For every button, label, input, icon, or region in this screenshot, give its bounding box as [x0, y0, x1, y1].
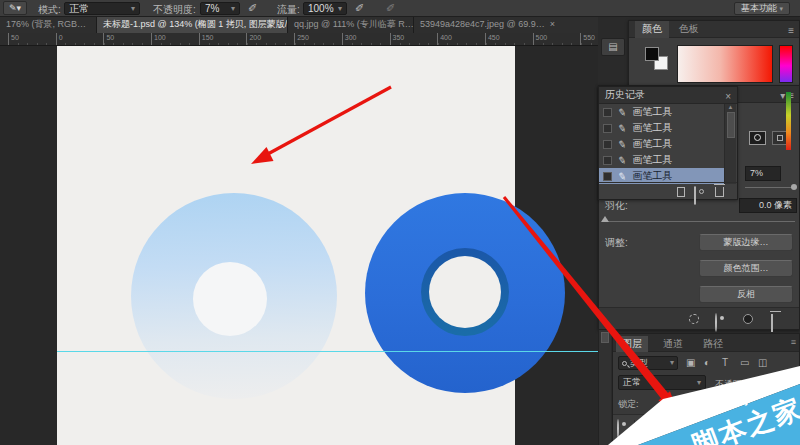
history-source-checkbox[interactable]	[603, 156, 612, 165]
pressure-opacity-icon[interactable]: ✐	[248, 2, 257, 15]
canvas-area[interactable]	[57, 46, 515, 445]
layers-opacity-label: 不透明度:	[715, 378, 754, 391]
workspace-switcher[interactable]: 基本功能 ▾	[734, 2, 790, 15]
mode-label: 模式:	[38, 3, 61, 17]
tab-color[interactable]: 颜色	[635, 21, 669, 38]
color-panel-header: 颜色 色板 ≡	[629, 21, 799, 38]
mode-dropdown[interactable]: 正常▾	[64, 2, 140, 15]
collapsed-panel-icon[interactable]: ▤	[601, 38, 625, 56]
properties-footer	[599, 307, 799, 329]
history-title: 历史记录	[605, 89, 645, 100]
history-item-label: 画笔工具	[632, 105, 672, 119]
load-selection-icon[interactable]	[689, 314, 699, 324]
density-value-field[interactable]: 7%	[745, 166, 781, 181]
history-item-label: 画笔工具	[632, 153, 672, 167]
eye-icon	[617, 419, 619, 438]
magnifier-icon	[622, 361, 627, 366]
history-footer	[599, 182, 737, 199]
new-document-from-state-icon[interactable]	[677, 187, 685, 197]
close-icon[interactable]: ×	[725, 89, 731, 105]
photoshop-window: ✎▾ 模式: 正常▾ 不透明度: 7%▾ ✐ 流量: 100%▾ ✐ ✐ 基本功…	[0, 0, 800, 445]
ruler-tick-label: 200	[246, 33, 294, 46]
color-range-button[interactable]: 颜色范围…	[699, 260, 793, 277]
foreground-color-swatch[interactable]	[645, 47, 659, 61]
delete-mask-icon[interactable]	[771, 314, 773, 332]
history-item-label: 画笔工具	[632, 137, 672, 151]
light-blue-donut-hole	[193, 262, 267, 336]
filter-adjustment-icon[interactable]: ◐	[704, 357, 710, 368]
history-list: ✎ 画笔工具 ✎ 画笔工具 ✎ 画笔工具 ✎	[599, 104, 726, 184]
ruler-tick-label: 550	[580, 33, 598, 46]
invert-button[interactable]: 反相	[699, 286, 793, 303]
filter-smart-object-icon[interactable]: ◫	[758, 357, 767, 368]
flow-dropdown[interactable]: 100%▾	[303, 2, 347, 15]
history-item-label: 画笔工具	[632, 169, 672, 183]
brush-icon: ✎	[617, 138, 627, 150]
hue-bar-edge	[786, 92, 791, 150]
history-panel-header: 历史记录 ×	[599, 87, 737, 104]
tab-paths[interactable]: 路径	[697, 336, 729, 352]
scrollbar-thumb[interactable]	[601, 332, 609, 343]
doc-tab-2-active[interactable]: 未标题-1.psd @ 134% (椭圆 1 拷贝, 图层蒙版/8) *×	[97, 17, 288, 33]
pixel-mask-icon[interactable]	[749, 131, 766, 145]
layer-filter-dropdown[interactable]: 类型▾	[618, 356, 678, 370]
tool-preset-picker[interactable]: ✎▾	[3, 1, 27, 15]
doc-tab-4[interactable]: 53949a428e4c7.jpeg @ 69.9…×	[414, 17, 610, 33]
brush-icon: ✎	[617, 122, 627, 134]
density-slider-knob[interactable]	[791, 184, 797, 190]
tab-swatches[interactable]: 色板	[672, 21, 706, 38]
history-source-checkbox[interactable]	[603, 108, 612, 117]
brush-icon: ✎	[617, 154, 627, 166]
enable-mask-icon[interactable]	[743, 314, 753, 324]
feather-slider-knob[interactable]	[601, 216, 609, 222]
layers-list	[613, 414, 799, 445]
feather-slider[interactable]	[603, 221, 795, 222]
brush-icon: ✎	[617, 170, 627, 182]
blue-donut-hole	[429, 256, 501, 328]
brush-icon: ✎	[617, 106, 627, 118]
layer-visibility-cell[interactable]	[615, 420, 635, 438]
doc-tab-3[interactable]: qq.jpg @ 111% (专川临摹 R…×	[288, 17, 414, 33]
document-scrollbar[interactable]	[598, 330, 611, 445]
feather-value-field[interactable]: 0.0 像素	[739, 198, 797, 213]
history-source-checkbox[interactable]	[603, 172, 612, 181]
history-item[interactable]: ✎ 画笔工具	[599, 104, 726, 120]
filter-pixel-icon[interactable]: ▣	[686, 357, 695, 368]
mask-visibility-icon[interactable]	[715, 313, 717, 332]
pressure-size-icon[interactable]: ✐	[386, 2, 395, 15]
history-item[interactable]: ✎ 画笔工具	[599, 120, 726, 136]
hue-strip[interactable]	[779, 45, 793, 83]
ruler-tick-label: 100	[151, 33, 199, 46]
ruler-tick-label: 400	[437, 33, 485, 46]
airbrush-icon[interactable]: ✐	[355, 2, 364, 15]
options-bar: ✎▾ 模式: 正常▾ 不透明度: 7%▾ ✐ 流量: 100%▾ ✐ ✐ 基本功…	[0, 0, 800, 17]
history-source-checkbox[interactable]	[603, 140, 612, 149]
history-scrollbar[interactable]: ▲	[724, 104, 736, 184]
filter-type-icon[interactable]: T	[722, 357, 728, 368]
lock-label: 锁定:	[618, 398, 639, 411]
panel-menu-icon[interactable]: ≡	[788, 23, 794, 39]
feather-label: 羽化:	[605, 199, 628, 213]
cyan-guide-line	[57, 351, 600, 352]
density-slider[interactable]	[745, 187, 795, 188]
filter-shape-icon[interactable]: ▭	[740, 357, 749, 368]
ruler-tick-label: 300	[342, 33, 390, 46]
history-source-checkbox[interactable]	[603, 124, 612, 133]
blend-mode-dropdown[interactable]: 正常▾	[618, 375, 706, 390]
new-snapshot-icon[interactable]	[694, 186, 696, 205]
history-item[interactable]: ✎ 画笔工具	[599, 152, 726, 168]
panel-menu-icon[interactable]: ≡	[791, 337, 796, 347]
color-ramp[interactable]	[677, 45, 773, 83]
tab-channels[interactable]: 通道	[657, 336, 689, 352]
doc-tab-1[interactable]: 176% (背景, RGB…	[0, 17, 97, 33]
close-icon[interactable]: ×	[550, 19, 555, 29]
scrollbar-thumb[interactable]	[727, 112, 735, 138]
vector-mask-icon[interactable]	[772, 131, 787, 145]
mask-edge-button[interactable]: 蒙版边缘…	[699, 234, 793, 251]
history-item[interactable]: ✎ 画笔工具	[599, 136, 726, 152]
opacity-dropdown[interactable]: 7%▾	[200, 2, 240, 15]
tab-layers[interactable]: 图层	[616, 336, 648, 352]
adjust-label: 调整:	[605, 236, 628, 250]
delete-state-icon[interactable]	[715, 187, 724, 197]
color-panel: 颜色 色板 ≡	[628, 20, 800, 88]
